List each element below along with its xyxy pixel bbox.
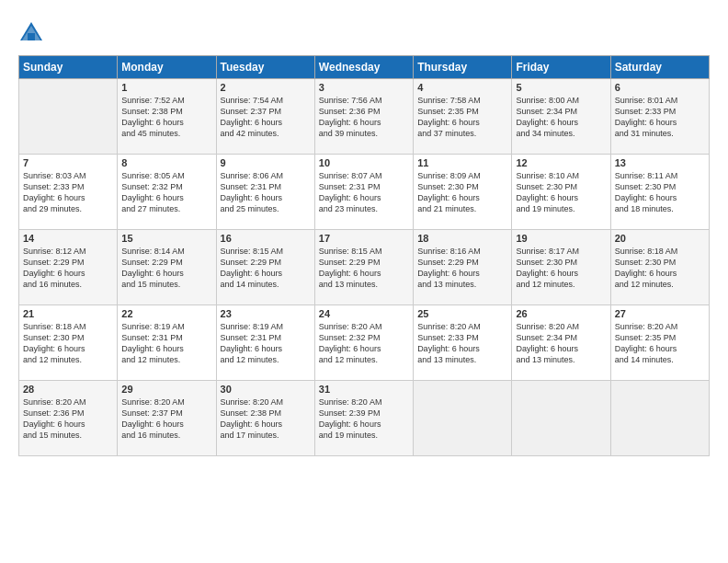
day-number: 7 — [23, 157, 113, 168]
day-info: Sunrise: 7:54 AM Sunset: 2:37 PM Dayligh… — [221, 95, 311, 140]
day-info: Sunrise: 8:19 AM Sunset: 2:31 PM Dayligh… — [221, 321, 311, 366]
day-cell: 31Sunrise: 8:20 AM Sunset: 2:39 PM Dayli… — [314, 381, 413, 456]
day-number: 22 — [121, 308, 211, 319]
calendar-table: SundayMondayTuesdayWednesdayThursdayFrid… — [18, 55, 710, 456]
day-number: 15 — [121, 233, 211, 244]
logo — [18, 20, 48, 46]
day-info: Sunrise: 8:20 AM Sunset: 2:37 PM Dayligh… — [121, 396, 211, 442]
week-row-1: 1Sunrise: 7:52 AM Sunset: 2:38 PM Daylig… — [19, 79, 710, 155]
day-number: 2 — [221, 82, 311, 93]
day-cell: 21Sunrise: 8:18 AM Sunset: 2:30 PM Dayli… — [19, 305, 118, 381]
day-cell: 10Sunrise: 8:07 AM Sunset: 2:31 PM Dayli… — [314, 155, 413, 230]
day-cell: 24Sunrise: 8:20 AM Sunset: 2:32 PM Dayli… — [314, 305, 413, 381]
day-info: Sunrise: 8:19 AM Sunset: 2:31 PM Dayligh… — [121, 321, 211, 366]
day-info: Sunrise: 8:20 AM Sunset: 2:39 PM Dayligh… — [319, 396, 409, 442]
day-info: Sunrise: 8:03 AM Sunset: 2:33 PM Dayligh… — [23, 170, 113, 215]
day-info: Sunrise: 8:20 AM Sunset: 2:34 PM Dayligh… — [516, 321, 606, 366]
day-number: 6 — [615, 82, 705, 93]
column-header-saturday: Saturday — [610, 56, 709, 79]
day-cell: 19Sunrise: 8:17 AM Sunset: 2:30 PM Dayli… — [512, 230, 610, 305]
day-cell: 22Sunrise: 8:19 AM Sunset: 2:31 PM Dayli… — [118, 305, 216, 381]
week-row-3: 14Sunrise: 8:12 AM Sunset: 2:29 PM Dayli… — [19, 230, 710, 305]
week-row-4: 21Sunrise: 8:18 AM Sunset: 2:30 PM Dayli… — [19, 305, 710, 381]
day-number: 17 — [319, 233, 409, 244]
day-cell: 7Sunrise: 8:03 AM Sunset: 2:33 PM Daylig… — [19, 155, 118, 230]
week-row-2: 7Sunrise: 8:03 AM Sunset: 2:33 PM Daylig… — [19, 155, 710, 230]
day-info: Sunrise: 8:20 AM Sunset: 2:33 PM Dayligh… — [417, 321, 507, 366]
day-info: Sunrise: 8:20 AM Sunset: 2:36 PM Dayligh… — [23, 396, 113, 442]
day-number: 29 — [121, 384, 211, 395]
header — [18, 17, 710, 46]
day-cell: 20Sunrise: 8:18 AM Sunset: 2:30 PM Dayli… — [610, 230, 709, 305]
day-cell: 25Sunrise: 8:20 AM Sunset: 2:33 PM Dayli… — [414, 305, 512, 381]
header-row: SundayMondayTuesdayWednesdayThursdayFrid… — [19, 56, 710, 79]
day-number: 20 — [615, 233, 705, 244]
day-number: 13 — [615, 157, 705, 168]
day-info: Sunrise: 8:09 AM Sunset: 2:30 PM Dayligh… — [417, 170, 507, 215]
page: SundayMondayTuesdayWednesdayThursdayFrid… — [0, 0, 728, 563]
column-header-friday: Friday — [512, 56, 610, 79]
day-cell: 15Sunrise: 8:14 AM Sunset: 2:29 PM Dayli… — [118, 230, 216, 305]
day-cell: 6Sunrise: 8:01 AM Sunset: 2:33 PM Daylig… — [610, 79, 709, 155]
day-info: Sunrise: 8:16 AM Sunset: 2:29 PM Dayligh… — [417, 246, 507, 291]
day-cell: 11Sunrise: 8:09 AM Sunset: 2:30 PM Dayli… — [414, 155, 512, 230]
day-number: 10 — [319, 157, 409, 168]
day-cell: 2Sunrise: 7:54 AM Sunset: 2:37 PM Daylig… — [216, 79, 314, 155]
day-number: 30 — [221, 384, 311, 395]
day-number: 21 — [23, 308, 113, 319]
day-info: Sunrise: 8:10 AM Sunset: 2:30 PM Dayligh… — [516, 170, 606, 215]
day-number: 26 — [516, 308, 606, 319]
calendar-body: 1Sunrise: 7:52 AM Sunset: 2:38 PM Daylig… — [19, 79, 710, 456]
svg-rect-2 — [28, 33, 35, 40]
day-info: Sunrise: 7:58 AM Sunset: 2:35 PM Dayligh… — [417, 95, 507, 140]
logo-icon — [18, 20, 44, 46]
day-number: 9 — [221, 157, 311, 168]
day-number: 11 — [417, 157, 507, 168]
day-info: Sunrise: 8:07 AM Sunset: 2:31 PM Dayligh… — [319, 170, 409, 215]
day-info: Sunrise: 7:56 AM Sunset: 2:36 PM Dayligh… — [319, 95, 409, 140]
day-info: Sunrise: 8:18 AM Sunset: 2:30 PM Dayligh… — [23, 321, 113, 366]
day-number: 24 — [319, 308, 409, 319]
day-number: 14 — [23, 233, 113, 244]
day-info: Sunrise: 8:20 AM Sunset: 2:32 PM Dayligh… — [319, 321, 409, 366]
day-cell: 14Sunrise: 8:12 AM Sunset: 2:29 PM Dayli… — [19, 230, 118, 305]
day-cell — [19, 79, 118, 155]
day-cell: 17Sunrise: 8:15 AM Sunset: 2:29 PM Dayli… — [314, 230, 413, 305]
week-row-5: 28Sunrise: 8:20 AM Sunset: 2:36 PM Dayli… — [19, 381, 710, 456]
day-info: Sunrise: 8:15 AM Sunset: 2:29 PM Dayligh… — [221, 246, 311, 291]
day-cell: 27Sunrise: 8:20 AM Sunset: 2:35 PM Dayli… — [610, 305, 709, 381]
day-cell — [610, 381, 709, 456]
day-info: Sunrise: 8:18 AM Sunset: 2:30 PM Dayligh… — [615, 246, 705, 291]
column-header-monday: Monday — [118, 56, 216, 79]
day-cell: 9Sunrise: 8:06 AM Sunset: 2:31 PM Daylig… — [216, 155, 314, 230]
day-info: Sunrise: 8:12 AM Sunset: 2:29 PM Dayligh… — [23, 246, 113, 291]
column-header-thursday: Thursday — [414, 56, 512, 79]
day-info: Sunrise: 8:17 AM Sunset: 2:30 PM Dayligh… — [516, 246, 606, 291]
day-info: Sunrise: 8:20 AM Sunset: 2:38 PM Dayligh… — [221, 396, 311, 442]
day-info: Sunrise: 7:52 AM Sunset: 2:38 PM Dayligh… — [121, 95, 211, 140]
day-cell: 4Sunrise: 7:58 AM Sunset: 2:35 PM Daylig… — [414, 79, 512, 155]
day-info: Sunrise: 8:05 AM Sunset: 2:32 PM Dayligh… — [121, 170, 211, 215]
day-number: 5 — [516, 82, 606, 93]
day-number: 31 — [319, 384, 409, 395]
day-cell: 5Sunrise: 8:00 AM Sunset: 2:34 PM Daylig… — [512, 79, 610, 155]
day-info: Sunrise: 8:20 AM Sunset: 2:35 PM Dayligh… — [615, 321, 705, 366]
day-cell: 23Sunrise: 8:19 AM Sunset: 2:31 PM Dayli… — [216, 305, 314, 381]
day-cell — [414, 381, 512, 456]
day-info: Sunrise: 8:06 AM Sunset: 2:31 PM Dayligh… — [221, 170, 311, 215]
day-info: Sunrise: 8:11 AM Sunset: 2:30 PM Dayligh… — [615, 170, 705, 215]
day-cell: 1Sunrise: 7:52 AM Sunset: 2:38 PM Daylig… — [118, 79, 216, 155]
day-number: 28 — [23, 384, 113, 395]
day-cell: 26Sunrise: 8:20 AM Sunset: 2:34 PM Dayli… — [512, 305, 610, 381]
day-cell: 8Sunrise: 8:05 AM Sunset: 2:32 PM Daylig… — [118, 155, 216, 230]
day-cell — [512, 381, 610, 456]
day-number: 12 — [516, 157, 606, 168]
day-cell: 3Sunrise: 7:56 AM Sunset: 2:36 PM Daylig… — [314, 79, 413, 155]
day-number: 27 — [615, 308, 705, 319]
day-info: Sunrise: 8:15 AM Sunset: 2:29 PM Dayligh… — [319, 246, 409, 291]
day-cell: 29Sunrise: 8:20 AM Sunset: 2:37 PM Dayli… — [118, 381, 216, 456]
day-cell: 28Sunrise: 8:20 AM Sunset: 2:36 PM Dayli… — [19, 381, 118, 456]
day-number: 18 — [417, 233, 507, 244]
day-number: 16 — [221, 233, 311, 244]
day-number: 8 — [121, 157, 211, 168]
